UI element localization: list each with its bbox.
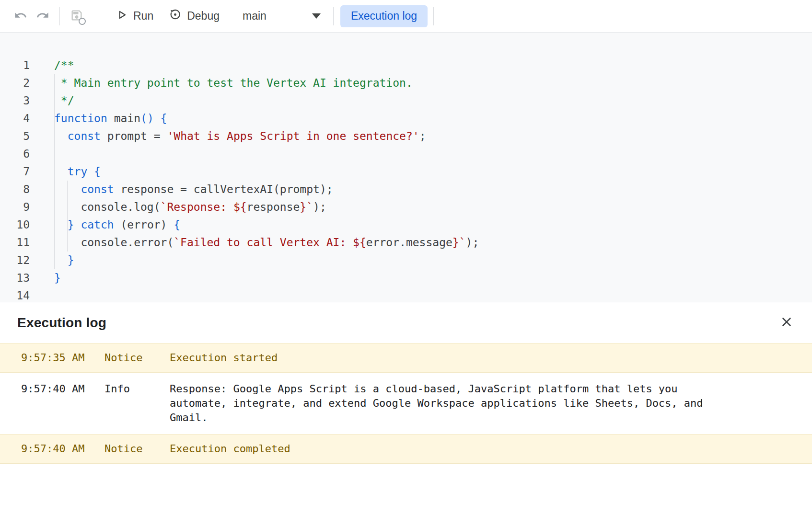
code-line-text: /** xyxy=(30,57,74,74)
code-line: 8 const response = callVertexAI(prompt); xyxy=(0,181,812,198)
line-number: 8 xyxy=(0,181,30,198)
code-line-text: } catch (error) { xyxy=(30,216,180,234)
function-selector[interactable]: main xyxy=(234,5,327,28)
close-icon xyxy=(779,315,794,331)
code-line: 1/** xyxy=(0,57,812,74)
save-button[interactable] xyxy=(66,5,88,27)
code-line-text xyxy=(30,145,61,163)
code-line: 9 console.log(`Response: ${response}`); xyxy=(0,198,812,216)
run-label: Run xyxy=(133,10,153,23)
undo-icon xyxy=(14,9,27,23)
execution-log-header: Execution log xyxy=(0,302,812,343)
execution-log-title: Execution log xyxy=(17,315,106,331)
function-selector-value: main xyxy=(243,10,267,23)
code-line: 13} xyxy=(0,269,812,287)
toolbar-divider xyxy=(333,7,334,25)
code-line-text: * Main entry point to test the Vertex AI… xyxy=(30,74,413,92)
line-number: 14 xyxy=(0,287,30,302)
indent-guide xyxy=(54,74,55,269)
log-entry-message: Response: Google Apps Script is a cloud-… xyxy=(170,382,716,425)
toolbar-divider xyxy=(433,7,434,25)
code-line-text: console.error(`Failed to call Vertex AI:… xyxy=(30,234,479,252)
run-icon xyxy=(116,9,128,24)
code-line: 14 xyxy=(0,287,812,302)
log-entry: 9:57:35 AMNoticeExecution started xyxy=(0,343,812,373)
code-line-text: const response = callVertexAI(prompt); xyxy=(30,181,333,198)
code-line: 7 try { xyxy=(0,163,812,181)
line-number: 3 xyxy=(0,92,30,110)
code-lines: 1/**2 * Main entry point to test the Ver… xyxy=(0,57,812,302)
code-line-text: } xyxy=(30,252,74,269)
redo-button[interactable] xyxy=(32,5,54,27)
debug-icon xyxy=(169,8,182,24)
line-number: 1 xyxy=(0,57,30,74)
line-number: 9 xyxy=(0,198,30,216)
line-number: 4 xyxy=(0,110,30,127)
run-button[interactable]: Run xyxy=(108,5,161,28)
toolbar-divider xyxy=(59,7,60,25)
execution-log-button[interactable]: Execution log xyxy=(340,5,428,27)
line-number: 5 xyxy=(0,127,30,145)
code-line: 12 } xyxy=(0,252,812,269)
code-line: 10 } catch (error) { xyxy=(0,216,812,234)
code-line-text: function main() { xyxy=(30,110,167,127)
indent-guide xyxy=(67,181,68,252)
log-entry-type: Notice xyxy=(104,442,170,456)
debug-label: Debug xyxy=(187,10,220,23)
log-entry-type: Info xyxy=(104,382,170,425)
code-line-text: } xyxy=(30,269,61,287)
log-entry-time: 9:57:40 AM xyxy=(21,442,104,456)
code-line-text: const prompt = 'What is Apps Script in o… xyxy=(30,127,426,145)
log-entry: 9:57:40 AMNoticeExecution completed xyxy=(0,434,812,464)
log-entry-message: Execution completed xyxy=(170,442,716,456)
execution-log-panel: Execution log 9:57:35 AMNoticeExecution … xyxy=(0,302,812,526)
code-line: 2 * Main entry point to test the Vertex … xyxy=(0,74,812,92)
code-line: 3 */ xyxy=(0,92,812,110)
toolbar: Run Debug main Execution log xyxy=(0,0,812,33)
line-number: 10 xyxy=(0,216,30,234)
debug-button[interactable]: Debug xyxy=(161,5,227,28)
line-number: 13 xyxy=(0,269,30,287)
line-number: 7 xyxy=(0,163,30,181)
code-line: 4function main() { xyxy=(0,110,812,127)
apps-script-ide: Run Debug main Execution log 1/**2 * Mai… xyxy=(0,0,812,526)
dropdown-caret-icon xyxy=(312,13,321,19)
line-number: 11 xyxy=(0,234,30,252)
code-line-text: try { xyxy=(30,163,101,181)
redo-icon xyxy=(36,9,49,23)
close-button[interactable] xyxy=(776,312,798,334)
log-entry-time: 9:57:35 AM xyxy=(21,351,104,365)
line-number: 12 xyxy=(0,252,30,269)
code-line-text: console.log(`Response: ${response}`); xyxy=(30,198,326,216)
undo-button[interactable] xyxy=(10,5,32,27)
log-entry-message: Execution started xyxy=(170,351,716,365)
code-line-text: */ xyxy=(30,92,74,110)
log-entry-time: 9:57:40 AM xyxy=(21,382,104,425)
code-editor[interactable]: 1/**2 * Main entry point to test the Ver… xyxy=(0,33,812,302)
log-entries: 9:57:35 AMNoticeExecution started9:57:40… xyxy=(0,343,812,464)
code-line: 5 const prompt = 'What is Apps Script in… xyxy=(0,127,812,145)
log-entry: 9:57:40 AMInfoResponse: Google Apps Scri… xyxy=(0,373,812,434)
code-line: 6 xyxy=(0,145,812,163)
code-line-text xyxy=(30,287,61,302)
log-entry-type: Notice xyxy=(104,351,170,365)
line-number: 2 xyxy=(0,74,30,92)
save-status-badge xyxy=(79,18,86,25)
line-number: 6 xyxy=(0,145,30,163)
code-line: 11 console.error(`Failed to call Vertex … xyxy=(0,234,812,252)
